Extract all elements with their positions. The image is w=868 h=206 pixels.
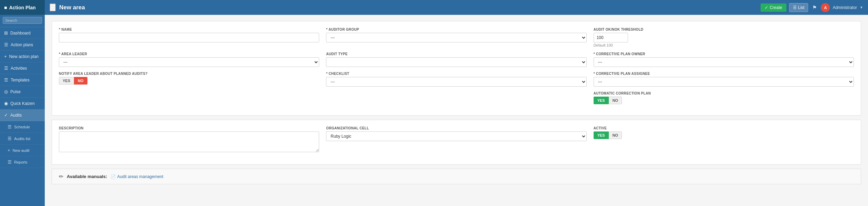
- sidebar-item-label: New action plan: [9, 54, 39, 59]
- automatic-yes-button[interactable]: YES: [594, 97, 609, 104]
- name-label: * NAME: [59, 28, 319, 31]
- active-col: ACTIVE YES NO: [594, 126, 854, 153]
- sidebar-item-label: Audits list: [14, 137, 30, 141]
- main-content: ☰ New area ✓ Create ☰ List ⚑ A Administr…: [45, 0, 868, 206]
- reports-icon: ☰: [8, 159, 12, 165]
- corrective-assignee-select[interactable]: ---: [594, 77, 854, 87]
- chevron-down-icon: ▼: [860, 6, 863, 9]
- search-input[interactable]: [3, 17, 42, 24]
- manuals-label: Available manuals:: [67, 174, 107, 179]
- active-no-button[interactable]: NO: [609, 131, 622, 139]
- corrective-assignee-col: * CORRECTIVE PLAN ASSIGNEE ---: [594, 72, 854, 87]
- list-icon: ☰: [793, 5, 797, 10]
- manuals-section: ✏ Available manuals: 📄 Audit areas manag…: [52, 169, 861, 184]
- audits-list-icon: ☰: [8, 136, 12, 141]
- description-col: DESCRIPTION: [59, 126, 319, 153]
- link-text: Audit areas management: [117, 174, 163, 179]
- auditor-group-label: * AUDITOR GROUP: [326, 28, 586, 31]
- form-row-5: DESCRIPTION ORGANIZATIONAL CELL Ruby Log…: [59, 126, 854, 153]
- checklist-col: * CHECKLIST ---: [326, 72, 586, 87]
- sidebar-item-audits[interactable]: ✓ Audits: [0, 109, 45, 121]
- form-row-3: NOTIFY AREA LEADER ABOUT PLANNED AUDITS?…: [59, 72, 854, 87]
- topbar-right: ✓ Create ☰ List ⚑ A Administrator ▼: [761, 3, 863, 12]
- sidebar-item-activities[interactable]: ☰ Activities: [0, 62, 45, 74]
- audit-threshold-input[interactable]: [594, 33, 628, 42]
- sidebar-item-label: Quick Kaizen: [10, 101, 35, 106]
- active-label: ACTIVE: [594, 126, 854, 130]
- corrective-owner-select[interactable]: ---: [594, 57, 854, 67]
- flag-button[interactable]: ⚑: [811, 3, 818, 12]
- corrective-owner-label: * CORRECTIVE PLAN OWNER: [594, 52, 854, 56]
- checklist-select[interactable]: ---: [326, 77, 586, 87]
- sidebar-item-label: Templates: [11, 78, 30, 82]
- logo-icon: ■: [4, 5, 7, 10]
- audits-icon: ✓: [4, 112, 8, 118]
- auditor-group-select[interactable]: ---: [326, 33, 586, 42]
- area-leader-select[interactable]: ---: [59, 57, 319, 67]
- form-row-1: * NAME * AUDITOR GROUP --- AUDIT OK/NOK …: [59, 28, 854, 47]
- name-input[interactable]: [59, 33, 319, 42]
- automatic-col: AUTOMATIC CORRECTION PLAN YES NO: [594, 91, 854, 104]
- logo-text: Action Plan: [9, 5, 35, 10]
- activities-icon: ☰: [4, 66, 8, 71]
- audit-type-col: AUDIT TYPE: [326, 52, 586, 67]
- sidebar-item-action-plans[interactable]: ☰ Action plans: [0, 39, 45, 51]
- create-label: Create: [770, 5, 782, 10]
- sidebar-item-label: Reports: [14, 160, 28, 164]
- empty-col-1: [59, 91, 319, 104]
- sidebar-item-schedule[interactable]: ☰ Schedule: [0, 121, 45, 133]
- list-label: List: [798, 5, 805, 10]
- corrective-owner-col: * CORRECTIVE PLAN OWNER ---: [594, 52, 854, 67]
- threshold-default: Default 100: [594, 43, 854, 47]
- org-cell-select[interactable]: Ruby Logic: [326, 131, 586, 141]
- list-button[interactable]: ☰ List: [789, 3, 808, 12]
- sidebar: ■ Action Plan ⊞ Dashboard ☰ Action plans…: [0, 0, 45, 206]
- sidebar-item-quick-kaizen[interactable]: ◉ Quick Kaizen: [0, 98, 45, 109]
- sidebar-item-dashboard[interactable]: ⊞ Dashboard: [0, 27, 45, 39]
- sidebar-item-templates[interactable]: ☰ Templates: [0, 74, 45, 86]
- checklist-label: * CHECKLIST: [326, 72, 586, 76]
- sidebar-item-new-audit[interactable]: + New audit: [0, 145, 45, 156]
- form-section-main: * NAME * AUDITOR GROUP --- AUDIT OK/NOK …: [52, 21, 861, 116]
- name-field-col: * NAME: [59, 28, 319, 47]
- org-cell-label: ORGANIZATIONAL CELL: [326, 126, 586, 130]
- notify-no-button[interactable]: NO: [74, 77, 87, 85]
- description-textarea[interactable]: [59, 131, 319, 152]
- notify-label: NOTIFY AREA LEADER ABOUT PLANNED AUDITS?: [59, 72, 319, 76]
- area-leader-col: * AREA LEADER ---: [59, 52, 319, 67]
- action-plans-icon: ☰: [4, 42, 8, 47]
- notify-col: NOTIFY AREA LEADER ABOUT PLANNED AUDITS?…: [59, 72, 319, 87]
- audit-type-select[interactable]: [326, 57, 586, 67]
- org-cell-col: ORGANIZATIONAL CELL Ruby Logic: [326, 126, 586, 153]
- create-button[interactable]: ✓ Create: [761, 3, 786, 12]
- audit-threshold-label: AUDIT OK/NOK THRESHOLD: [594, 28, 854, 31]
- active-toggle-group: YES NO: [594, 131, 854, 139]
- active-yes-button[interactable]: YES: [594, 131, 609, 139]
- sidebar-item-reports[interactable]: ☰ Reports: [0, 156, 45, 168]
- avatar: A: [821, 3, 830, 12]
- sidebar-search-container: [0, 15, 45, 27]
- description-label: DESCRIPTION: [59, 126, 319, 130]
- audit-threshold-col: AUDIT OK/NOK THRESHOLD Default 100: [594, 28, 854, 47]
- auditor-group-col: * AUDITOR GROUP ---: [326, 28, 586, 47]
- hamburger-button[interactable]: ☰: [50, 3, 56, 11]
- notify-toggle-group: YES NO: [59, 77, 319, 85]
- audit-type-label: AUDIT TYPE: [326, 52, 586, 56]
- sidebar-item-label: Audits: [10, 113, 22, 118]
- quick-kaizen-icon: ◉: [4, 101, 8, 106]
- form-area: * NAME * AUDITOR GROUP --- AUDIT OK/NOK …: [45, 15, 868, 206]
- sidebar-item-audits-list[interactable]: ☰ Audits list: [0, 133, 45, 145]
- sidebar-item-new-action-plan[interactable]: + New action plan: [0, 51, 45, 62]
- form-row-4: AUTOMATIC CORRECTION PLAN YES NO: [59, 91, 854, 104]
- notify-yes-button[interactable]: YES: [59, 77, 74, 85]
- sidebar-item-pulse[interactable]: ◎ Pulse: [0, 86, 45, 98]
- manuals-edit-icon: ✏: [59, 173, 63, 180]
- admin-label: Administrator: [833, 5, 857, 10]
- checkmark-icon: ✓: [765, 5, 768, 10]
- automatic-no-button[interactable]: NO: [609, 97, 622, 104]
- topbar: ☰ New area ✓ Create ☰ List ⚑ A Administr…: [45, 0, 868, 15]
- sidebar-item-label: New audit: [13, 148, 30, 153]
- templates-icon: ☰: [4, 77, 8, 82]
- audit-areas-management-link[interactable]: 📄 Audit areas management: [111, 174, 163, 179]
- sidebar-item-label: Dashboard: [10, 31, 31, 36]
